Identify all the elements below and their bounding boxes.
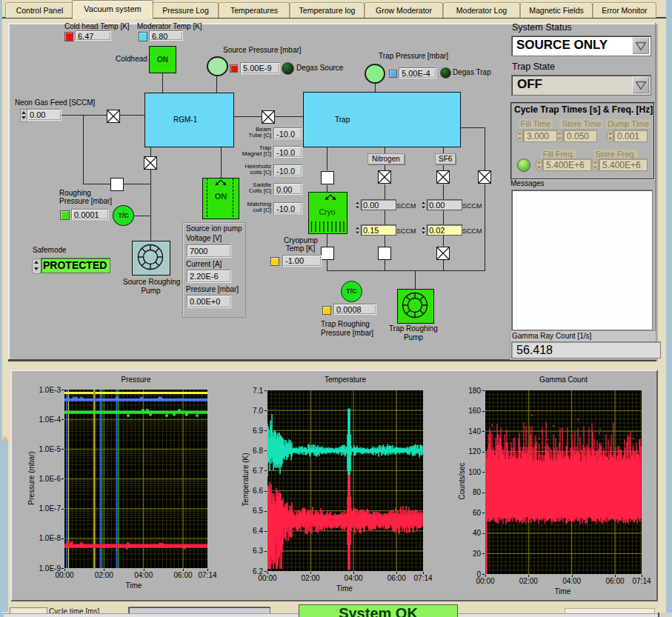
svg-text:ON: ON [215, 192, 227, 201]
svg-text:Cryo: Cryo [319, 207, 335, 216]
